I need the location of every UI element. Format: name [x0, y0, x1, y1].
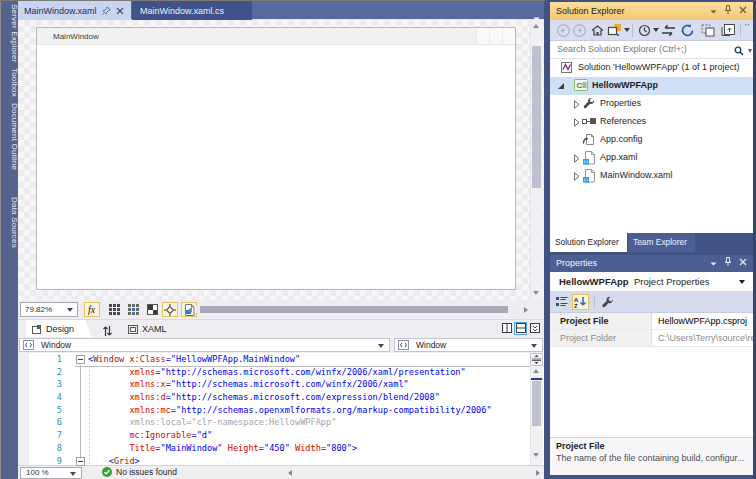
expander-collapsed-icon[interactable]: [574, 118, 582, 126]
forward-button[interactable]: [573, 23, 586, 41]
toolbar-overflow-icon[interactable]: '': [745, 22, 750, 31]
left-tab-document-outline[interactable]: Document Outline: [1, 103, 19, 170]
tab-solution-explorer[interactable]: Solution Explorer: [550, 233, 627, 252]
show-all-files-button[interactable]: [701, 23, 715, 41]
left-tab-server-explorer[interactable]: Server Explorer: [1, 4, 19, 63]
scroll-down-icon[interactable]: [533, 453, 539, 457]
properties-object-combo[interactable]: HellowWPFApp Project Properties: [550, 272, 753, 292]
scroll-down-icon[interactable]: [533, 291, 539, 295]
scrollbar-thumb[interactable]: [200, 306, 508, 313]
tab-xaml[interactable]: XAML: [122, 320, 182, 338]
editor-element-combo[interactable]: Window: [394, 338, 543, 352]
expander-collapsed-icon[interactable]: [574, 154, 582, 162]
designer-element-combo[interactable]: Window: [19, 338, 390, 352]
collapse-all-button[interactable]: [721, 23, 735, 41]
code-line-6[interactable]: 6 xmlns:local="clr-namespace:HellowWPFAp…: [18, 416, 544, 429]
solution-explorer-titlebar[interactable]: Solution Explorer: [550, 2, 753, 20]
scrollbar-thumb[interactable]: [532, 381, 541, 426]
tree-item-app-config[interactable]: App.config: [550, 131, 753, 149]
scroll-left-icon[interactable]: [288, 470, 292, 476]
tab-mainwindow-xaml-cs[interactable]: MainWindow.xaml.cs: [132, 1, 252, 20]
wpf-window-preview[interactable]: MainWindow: [36, 27, 516, 290]
properties-titlebar[interactable]: Properties: [550, 255, 753, 272]
pin-icon[interactable]: [724, 255, 732, 272]
document-health-indicator[interactable]: No issues found: [102, 467, 177, 477]
tree-item-properties[interactable]: Properties: [550, 95, 753, 113]
code-line-5[interactable]: 5 xmlns:mc="http://schemas.openxmlformat…: [18, 404, 544, 417]
fold-collapse-icon[interactable]: [76, 457, 85, 466]
expander-collapsed-icon[interactable]: [574, 172, 582, 180]
fold-collapse-icon[interactable]: [76, 355, 85, 364]
show-grid-button[interactable]: [106, 302, 122, 317]
search-input[interactable]: Search Solution Explorer (Ctrl+;): [550, 41, 753, 59]
property-value[interactable]: HellowWPFApp.csproj: [653, 313, 753, 329]
close-icon[interactable]: [739, 255, 747, 272]
refresh-button[interactable]: [681, 23, 694, 41]
designer-vertical-scrollbar[interactable]: [530, 20, 543, 300]
pending-changes-filter-button[interactable]: [638, 23, 651, 41]
scrollbar-thumb[interactable]: [532, 46, 541, 188]
expander-expanded-icon[interactable]: [557, 82, 565, 90]
property-value[interactable]: C:\Users\Terry\source\rep: [653, 330, 753, 346]
close-icon[interactable]: [116, 7, 124, 15]
tree-item-solution-hellowwpfapp-1-of-1-project[interactable]: Solution 'HellowWPFApp' (1 of 1 project): [550, 59, 753, 77]
editor-vertical-scrollbar[interactable]: [530, 353, 543, 465]
chevron-down-icon[interactable]: [653, 28, 659, 32]
scroll-up-icon[interactable]: [533, 369, 539, 373]
designer-horizontal-scrollbar[interactable]: [188, 304, 528, 315]
tab-design[interactable]: Design: [26, 320, 92, 338]
property-row-project-folder[interactable]: Project FolderC:\Users\Terry\source\rep: [550, 330, 753, 347]
line-number: 5: [18, 404, 62, 417]
pin-icon[interactable]: [724, 2, 732, 20]
effects-toggle-button[interactable]: fx: [84, 302, 100, 317]
editor-zoom-combo[interactable]: 100 %: [20, 467, 82, 479]
design-surface[interactable]: MainWindow: [18, 20, 544, 300]
chevron-down-icon[interactable]: [624, 28, 630, 32]
editor-splitter-grip[interactable]: [530, 353, 543, 366]
tree-item-hellowwpfapp[interactable]: CHellowWPFApp: [550, 77, 753, 95]
property-row-project-file[interactable]: Project FileHellowWPFApp.csproj: [550, 313, 753, 330]
tree-item-app-xaml[interactable]: App.xaml: [550, 149, 753, 167]
sync-with-active-document-button[interactable]: [661, 23, 676, 41]
horizontal-split-button[interactable]: [515, 323, 526, 334]
switch-views-button[interactable]: [607, 23, 621, 41]
alphabetical-button[interactable]: AZ: [572, 294, 589, 310]
snaplines-toggle-button[interactable]: [162, 302, 178, 317]
vertical-split-button[interactable]: [501, 323, 512, 334]
home-button[interactable]: [591, 23, 604, 41]
property-pages-button[interactable]: [599, 294, 616, 310]
xaml-tab-label: XAML: [142, 324, 167, 334]
pin-icon[interactable]: [102, 6, 111, 15]
tree-item-references[interactable]: References: [550, 113, 753, 131]
check-circle-icon: [102, 467, 112, 477]
xaml-editor[interactable]: 1<Window x:Class="HellowWPFApp.MainWindo…: [18, 353, 544, 465]
collapse-pane-button[interactable]: [529, 323, 540, 334]
left-tab-data-sources[interactable]: Data Sources: [1, 197, 19, 248]
scroll-right-icon[interactable]: [524, 307, 528, 313]
titlebar-buttons: [710, 255, 747, 272]
code-line-4[interactable]: 4 xmlns:d="http://schemas.microsoft.com/…: [18, 391, 544, 404]
tab-mainwindow-xaml[interactable]: MainWindow.xaml: [18, 1, 131, 20]
scroll-left-icon[interactable]: [188, 307, 192, 313]
expander-collapsed-icon[interactable]: [574, 100, 582, 108]
code-line-1[interactable]: 1<Window x:Class="HellowWPFApp.MainWindo…: [18, 353, 544, 366]
back-button[interactable]: [557, 23, 570, 41]
tree-item-mainwindow-xaml[interactable]: MainWindow.xaml: [550, 167, 753, 185]
snap-to-grid-button[interactable]: [125, 302, 141, 317]
close-icon[interactable]: [739, 2, 747, 20]
left-tab-toolbox[interactable]: Toolbox: [1, 68, 19, 97]
code-line-3[interactable]: 3 xmlns:x="http://schemas.microsoft.com/…: [18, 378, 544, 391]
window-position-icon[interactable]: [710, 2, 717, 20]
categorized-button[interactable]: [553, 294, 570, 310]
toggle-artboard-background-button[interactable]: [144, 302, 160, 317]
code-line-2[interactable]: 2 xmlns="http://schemas.microsoft.com/wi…: [18, 366, 544, 379]
window-position-icon[interactable]: [710, 255, 717, 272]
code-line-8[interactable]: 8 Title="MainWindow" Height="450" Width=…: [18, 442, 544, 455]
editor-horizontal-scrollbar[interactable]: [288, 468, 540, 478]
code-line-7[interactable]: 7 mc:Ignorable="d": [18, 429, 544, 442]
scroll-right-icon[interactable]: [536, 470, 540, 476]
designer-zoom-combo[interactable]: 79.82%: [20, 302, 78, 317]
tab-team-explorer[interactable]: Team Explorer: [628, 233, 695, 252]
chevron-down-icon[interactable]: [748, 49, 752, 53]
scroll-up-icon[interactable]: [533, 24, 539, 28]
